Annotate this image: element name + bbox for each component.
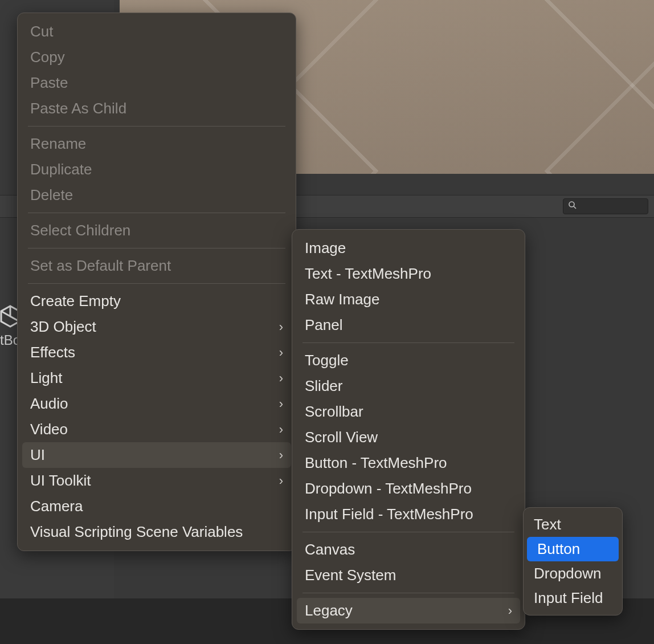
menu-item-label: Duplicate xyxy=(30,161,92,178)
menu-item-label: Canvas xyxy=(305,541,355,559)
menu-item-paste-as-child[interactable]: Paste As Child xyxy=(18,96,296,121)
menu-item-label: Dropdown xyxy=(534,565,602,582)
chevron-right-icon: › xyxy=(279,345,283,360)
menu-item-audio[interactable]: Audio› xyxy=(18,391,296,417)
menu-separator xyxy=(28,248,285,248)
menu-item-dropdown-legacy[interactable]: Dropdown xyxy=(524,561,622,586)
menu-item-label: Input Field - TextMeshPro xyxy=(305,506,473,523)
menu-item-rename[interactable]: Rename xyxy=(18,131,296,157)
menu-item-raw-image[interactable]: Raw Image xyxy=(292,287,525,312)
menu-item-visual-scripting[interactable]: Visual Scripting Scene Variables xyxy=(18,519,296,545)
menu-item-ui[interactable]: UI› xyxy=(22,442,291,468)
menu-item-dropdown-tmp[interactable]: Dropdown - TextMeshPro xyxy=(292,476,525,502)
menu-item-paste[interactable]: Paste xyxy=(18,70,296,96)
menu-item-copy[interactable]: Copy xyxy=(18,44,296,70)
menu-item-cut[interactable]: Cut xyxy=(18,19,296,44)
menu-item-label: Slider xyxy=(305,377,342,395)
menu-item-label: Create Empty xyxy=(30,292,121,310)
menu-item-label: UI Toolkit xyxy=(30,472,91,490)
menu-item-label: UI xyxy=(30,446,45,464)
menu-item-label: Effects xyxy=(30,344,75,361)
menu-item-label: Set as Default Parent xyxy=(30,257,171,275)
chevron-right-icon: › xyxy=(279,474,283,488)
menu-item-label: Light xyxy=(30,369,62,387)
menu-item-panel[interactable]: Panel xyxy=(292,312,525,338)
menu-item-image[interactable]: Image xyxy=(292,235,525,261)
menu-item-label: Image xyxy=(305,239,346,257)
menu-item-label: Text xyxy=(534,516,561,533)
menu-item-toggle[interactable]: Toggle xyxy=(292,348,525,373)
menu-item-text-legacy[interactable]: Text xyxy=(524,512,622,537)
menu-item-label: Legacy xyxy=(305,602,353,619)
menu-item-camera[interactable]: Camera xyxy=(18,494,296,519)
menu-item-label: Toggle xyxy=(305,352,349,369)
menu-item-button-legacy[interactable]: Button xyxy=(527,537,619,561)
menu-item-label: Button - TextMeshPro xyxy=(305,454,447,472)
menu-item-label: Rename xyxy=(30,135,86,153)
menu-item-scrollbar[interactable]: Scrollbar xyxy=(292,399,525,425)
menu-separator xyxy=(28,213,285,213)
menu-item-label: Visual Scripting Scene Variables xyxy=(30,523,243,541)
chevron-right-icon: › xyxy=(508,604,512,618)
menu-item-slider[interactable]: Slider xyxy=(292,373,525,399)
menu-item-label: Event System xyxy=(305,566,396,584)
menu-item-duplicate[interactable]: Duplicate xyxy=(18,157,296,182)
menu-item-input-field-legacy[interactable]: Input Field xyxy=(524,586,622,610)
menu-item-label: Camera xyxy=(30,498,83,515)
menu-item-event-system[interactable]: Event System xyxy=(292,563,525,588)
menu-item-set-default-parent[interactable]: Set as Default Parent xyxy=(18,253,296,279)
chevron-right-icon: › xyxy=(279,371,283,386)
menu-item-scroll-view[interactable]: Scroll View xyxy=(292,425,525,450)
menu-item-label: Panel xyxy=(305,316,343,334)
menu-item-label: Video xyxy=(30,421,68,438)
menu-item-create-empty[interactable]: Create Empty xyxy=(18,288,296,314)
menu-item-text-tmp[interactable]: Text - TextMeshPro xyxy=(292,261,525,287)
chevron-right-icon: › xyxy=(279,422,283,437)
chevron-right-icon: › xyxy=(279,320,283,335)
menu-item-label: Delete xyxy=(30,186,73,204)
chevron-right-icon: › xyxy=(279,397,283,411)
menu-separator xyxy=(28,126,285,127)
menu-item-label: Text - TextMeshPro xyxy=(305,265,431,283)
menu-separator xyxy=(303,593,514,593)
menu-item-canvas[interactable]: Canvas xyxy=(292,537,525,563)
search-icon xyxy=(568,201,577,213)
menu-item-effects[interactable]: Effects› xyxy=(18,340,296,365)
menu-item-label: Input Field xyxy=(534,589,603,607)
menu-item-label: Cut xyxy=(30,23,53,40)
menu-item-video[interactable]: Video› xyxy=(18,417,296,442)
menu-item-label: Audio xyxy=(30,395,68,413)
menu-item-legacy[interactable]: Legacy› xyxy=(297,598,520,623)
menu-item-select-children[interactable]: Select Children xyxy=(18,218,296,243)
menu-item-label: Select Children xyxy=(30,222,130,239)
menu-item-label: 3D Object xyxy=(30,318,96,336)
context-menu-ui: Image Text - TextMeshPro Raw Image Panel… xyxy=(292,229,525,630)
menu-separator xyxy=(28,283,285,284)
context-menu-legacy: Text Button Dropdown Input Field xyxy=(523,507,623,616)
menu-separator xyxy=(303,343,514,343)
chevron-right-icon: › xyxy=(279,448,283,463)
menu-item-label: Scrollbar xyxy=(305,403,363,421)
menu-item-input-field-tmp[interactable]: Input Field - TextMeshPro xyxy=(292,502,525,527)
menu-item-label: Dropdown - TextMeshPro xyxy=(305,480,472,498)
svg-point-0 xyxy=(569,202,574,207)
menu-item-label: Raw Image xyxy=(305,291,380,308)
menu-item-3d-object[interactable]: 3D Object› xyxy=(18,314,296,340)
menu-item-label: Copy xyxy=(30,48,65,66)
menu-item-label: Paste As Child xyxy=(30,100,126,117)
context-menu-main: Cut Copy Paste Paste As Child Rename Dup… xyxy=(17,13,296,551)
menu-separator xyxy=(303,532,514,532)
search-input[interactable] xyxy=(563,198,648,214)
menu-item-label: Button xyxy=(537,540,580,558)
svg-line-1 xyxy=(574,206,576,209)
menu-item-light[interactable]: Light› xyxy=(18,365,296,391)
menu-item-ui-toolkit[interactable]: UI Toolkit› xyxy=(18,468,296,494)
menu-item-label: Paste xyxy=(30,74,68,92)
menu-item-label: Scroll View xyxy=(305,429,378,446)
menu-item-button-tmp[interactable]: Button - TextMeshPro xyxy=(292,450,525,476)
menu-item-delete[interactable]: Delete xyxy=(18,182,296,208)
